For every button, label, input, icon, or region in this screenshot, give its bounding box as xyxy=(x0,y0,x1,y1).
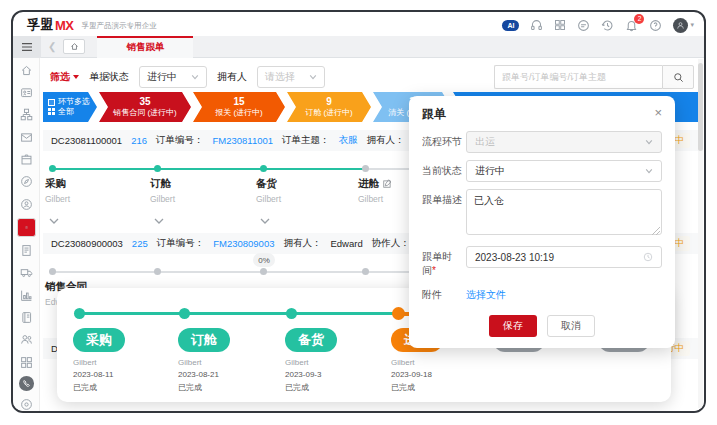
stage-name: 采购 xyxy=(45,177,145,191)
current-status-label: 当前状态 xyxy=(422,160,466,182)
stage-dot xyxy=(260,268,267,275)
stage-detail: Gilbert 2023-08-11 已完成 xyxy=(73,357,177,395)
owner-filter-select[interactable]: 请选择 xyxy=(257,66,325,88)
days-count[interactable]: 225 xyxy=(132,238,148,249)
pipeline-segment-all[interactable]: 环节多选 全部 xyxy=(43,92,97,122)
sidebar-item-sales-orders[interactable] xyxy=(17,218,36,236)
multi-select-label: 环节多选 xyxy=(58,97,90,107)
follow-up-time-label: 跟单时间* xyxy=(422,246,466,277)
stage-detail: Gilbert 2023-09-3 已完成 xyxy=(285,357,389,395)
headset-icon[interactable] xyxy=(530,19,543,32)
expand-stage-chevron[interactable] xyxy=(49,211,59,229)
stage-person: Gilbert xyxy=(45,194,145,204)
stage-pill-stocking[interactable]: 备货 xyxy=(285,328,337,352)
filter-toggle[interactable]: 筛选 xyxy=(50,70,79,84)
owner-filter-placeholder: 请选择 xyxy=(265,70,295,84)
pipeline-segment-booking[interactable]: 9 订舱 (进行中) xyxy=(287,92,371,122)
apps-grid-icon[interactable] xyxy=(554,19,566,31)
compass-icon[interactable] xyxy=(18,174,35,190)
ai-assistant-icon[interactable]: AI xyxy=(502,20,519,31)
chevron-down-icon: ▾ xyxy=(690,21,694,29)
user-circle-icon[interactable] xyxy=(18,196,35,212)
stage-dot xyxy=(362,268,369,275)
help-icon[interactable] xyxy=(649,19,662,32)
documents-icon[interactable] xyxy=(18,243,35,259)
search-button[interactable] xyxy=(662,65,694,89)
modal-title: 跟单 xyxy=(422,106,446,123)
edit-icon[interactable] xyxy=(383,178,392,190)
stage-pill-booking[interactable]: 订舱 xyxy=(178,328,230,352)
back-arrow-icon[interactable]: ❮ xyxy=(48,41,56,52)
description-label: 跟单描述 xyxy=(422,189,466,239)
header-icons: AI 2 ▾ xyxy=(502,18,694,33)
vertical-scrollbar xyxy=(698,59,703,408)
owner-label: 拥有人： xyxy=(283,237,321,250)
notification-bell-icon[interactable]: 2 xyxy=(625,19,638,32)
pipeline-segment-customs[interactable]: 15 报关 (进行中) xyxy=(193,92,285,122)
stage-detail: Gilbert 2023-09-18 已完成 xyxy=(391,357,495,395)
resize-grip-icon[interactable] xyxy=(652,227,660,235)
search-icon xyxy=(673,72,684,83)
expand-stage-chevron[interactable] xyxy=(154,211,164,229)
owner-label: 拥有人： xyxy=(367,134,405,147)
menu-toggle-icon[interactable] xyxy=(13,36,41,58)
contacts-icon[interactable] xyxy=(18,84,35,100)
products-icon[interactable] xyxy=(18,151,35,167)
stage-dot xyxy=(49,165,56,172)
phone-support-icon[interactable] xyxy=(19,376,34,390)
settings-target-icon[interactable] xyxy=(18,397,35,413)
home-icon[interactable] xyxy=(18,62,35,78)
process-stage-select: 出运 xyxy=(466,131,662,153)
chevron-down-icon xyxy=(191,73,199,81)
process-stage-label: 流程环节 xyxy=(422,131,466,153)
tab-sales-tracking[interactable]: 销售跟单 xyxy=(97,36,193,58)
order-no-link[interactable]: FM230811001 xyxy=(213,135,274,146)
stage-name: 备货 xyxy=(256,177,356,191)
current-status-select[interactable]: 进行中 xyxy=(466,160,662,182)
attachment-label: 附件 xyxy=(422,284,466,302)
stage-dot xyxy=(179,308,190,319)
save-button[interactable]: 保存 xyxy=(489,315,537,337)
apps-icon[interactable] xyxy=(18,354,35,370)
choose-file-link[interactable]: 选择文件 xyxy=(466,284,506,302)
user-avatar[interactable]: ▾ xyxy=(673,18,694,33)
notebook-icon[interactable] xyxy=(18,309,35,325)
doc-number: DC23080900003 xyxy=(51,238,123,249)
history-icon[interactable] xyxy=(601,19,614,32)
stage-dot xyxy=(154,268,161,275)
stage-person: Gilbert xyxy=(150,194,250,204)
order-no-link[interactable]: FM230809003 xyxy=(213,238,274,249)
grid-icon xyxy=(48,108,55,115)
mail-icon[interactable] xyxy=(18,129,35,145)
org-structure-icon[interactable] xyxy=(18,107,35,123)
search-input[interactable] xyxy=(494,65,662,89)
days-count[interactable]: 216 xyxy=(131,135,147,146)
subject-link[interactable]: 衣服 xyxy=(339,134,358,147)
statistics-icon[interactable] xyxy=(18,287,35,303)
status-filter-select[interactable]: 进行中 xyxy=(139,66,207,88)
description-textarea[interactable]: 已入仓 xyxy=(466,189,662,235)
caret-down-icon xyxy=(73,75,79,79)
home-icon[interactable] xyxy=(63,39,85,54)
logistics-icon[interactable] xyxy=(18,265,35,281)
message-icon[interactable] xyxy=(577,19,590,32)
status-filter-label: 单据状态 xyxy=(89,70,129,84)
doc-number: DC23081100001 xyxy=(51,135,122,146)
tab-bar: ❮ 销售跟单 xyxy=(13,36,704,58)
scrollbar-thumb[interactable] xyxy=(698,63,703,151)
company-tagline: 孚盟产品演示专用企业 xyxy=(82,21,157,31)
customers-icon[interactable] xyxy=(18,332,35,348)
order-no-label: 订单编号： xyxy=(156,134,204,147)
pipeline-segment-sales-contract[interactable]: 35 销售合同 (进行中) xyxy=(99,92,191,122)
owner-filter-label: 拥有人 xyxy=(217,70,247,84)
close-icon[interactable]: × xyxy=(654,106,662,119)
follow-up-time-input[interactable]: 2023-08-23 10:19 xyxy=(466,246,662,268)
multi-select-checkbox[interactable] xyxy=(48,99,55,106)
stage-name: 订舱 xyxy=(150,177,250,191)
logo-mx: MX xyxy=(55,18,74,33)
expand-stage-chevron[interactable] xyxy=(260,211,270,229)
chevron-down-icon xyxy=(645,167,653,175)
cancel-button[interactable]: 取消 xyxy=(547,315,595,337)
stage-dot xyxy=(362,165,369,172)
stage-pill-procurement[interactable]: 采购 xyxy=(73,328,125,352)
